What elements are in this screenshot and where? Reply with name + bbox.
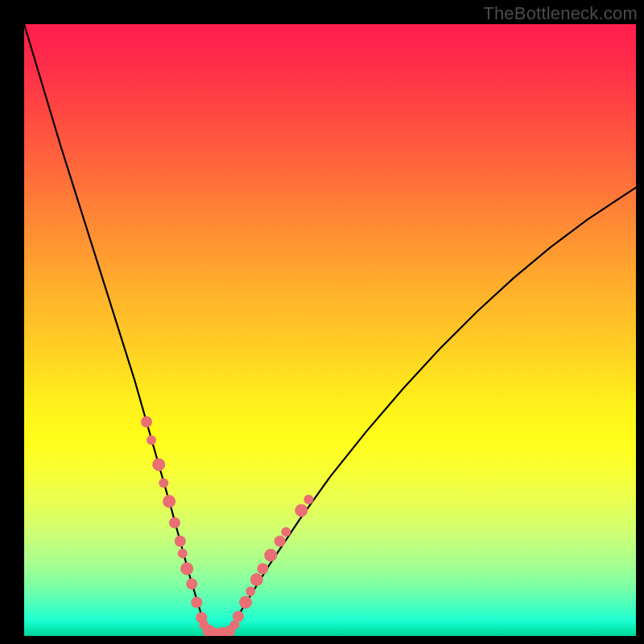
sample-point xyxy=(186,578,197,589)
sample-point xyxy=(264,549,277,562)
sample-point xyxy=(281,527,291,537)
sample-point xyxy=(303,495,313,505)
sample-point xyxy=(250,573,263,586)
bottleneck-curve-path xyxy=(24,24,636,636)
sample-point xyxy=(257,563,268,574)
sample-point xyxy=(233,611,244,622)
sample-point xyxy=(178,548,188,558)
sample-point xyxy=(180,562,193,575)
plot-area xyxy=(24,24,636,636)
watermark-text: TheBottleneck.com xyxy=(483,3,638,24)
sample-point xyxy=(295,504,308,517)
sample-point xyxy=(152,458,165,471)
sample-point xyxy=(163,495,175,508)
sample-point xyxy=(169,517,180,528)
sample-point xyxy=(159,478,168,488)
sample-point xyxy=(275,535,286,547)
sample-point xyxy=(147,436,156,445)
sample-point xyxy=(141,416,152,427)
sample-point xyxy=(246,587,255,597)
chart-frame: TheBottleneck.com xyxy=(0,0,644,644)
sample-point xyxy=(191,597,202,608)
sample-point xyxy=(175,535,186,547)
sample-point xyxy=(239,596,252,609)
bottleneck-chart xyxy=(24,24,636,636)
